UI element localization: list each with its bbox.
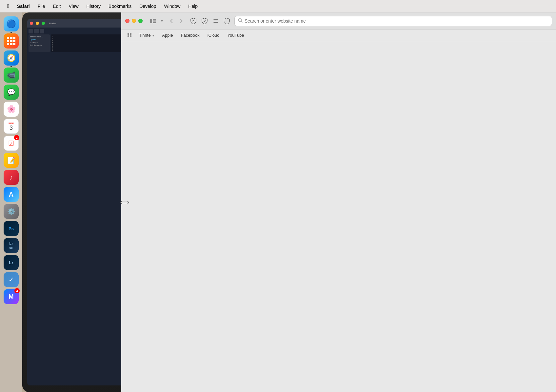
forward-button[interactable]: [177, 16, 186, 26]
dock-item-notes[interactable]: 📝: [4, 153, 19, 168]
dock-item-appstore[interactable]: A: [4, 187, 19, 202]
dock-item-messenger[interactable]: M 2: [4, 289, 19, 304]
svg-rect-2: [153, 20, 156, 21]
adblock-icon-button[interactable]: P: [189, 16, 198, 26]
menu-help[interactable]: Help: [185, 2, 201, 10]
menu-window[interactable]: Window: [161, 2, 184, 10]
apple-menu[interactable]: : [4, 3, 12, 10]
bookmark-apple[interactable]: Apple: [159, 31, 176, 39]
menu-bar:  Safari File Edit View History Bookmark…: [0, 0, 556, 12]
dock-item-systemprefs[interactable]: ⚙️: [4, 204, 19, 219]
sidebar-dropdown-arrow[interactable]: ▾: [161, 19, 163, 23]
svg-rect-13: [130, 35, 131, 37]
safari-titlebar: ▾ P: [121, 12, 556, 29]
maximize-button[interactable]: [138, 19, 143, 23]
bookmark-tinhte[interactable]: Tinhte ▾: [136, 31, 157, 39]
dock-item-photos[interactable]: 🌸: [4, 102, 19, 117]
svg-rect-12: [128, 35, 129, 37]
dock-item-things[interactable]: ✓: [4, 272, 19, 287]
svg-rect-11: [130, 33, 131, 35]
dock-item-music[interactable]: ♪: [4, 170, 19, 185]
resize-handle[interactable]: ⟺: [120, 198, 129, 206]
menu-develop[interactable]: Develop: [136, 2, 159, 10]
address-bar[interactable]: [234, 16, 552, 26]
svg-rect-10: [128, 33, 129, 35]
url-input[interactable]: [245, 18, 548, 24]
desktop:  Safari File Edit View History Bookmark…: [0, 0, 556, 392]
svg-line-9: [241, 21, 243, 23]
dock-item-reminders[interactable]: ☑ 2: [4, 136, 19, 151]
dock-item-finder[interactable]: 🔵: [4, 16, 19, 31]
dock: 🔵 🧭 📹 💬 🌸 SEP: [0, 12, 22, 392]
dock-item-photoshop[interactable]: Ps: [4, 221, 19, 236]
traffic-lights: [125, 19, 143, 23]
menu-edit[interactable]: Edit: [50, 2, 64, 10]
back-button[interactable]: [167, 16, 176, 26]
dock-item-launchpad[interactable]: [4, 33, 19, 49]
svg-rect-0: [150, 19, 152, 23]
dock-item-calendar[interactable]: SEP 3: [4, 119, 19, 134]
dock-item-messages[interactable]: 💬: [4, 85, 19, 100]
close-button[interactable]: [125, 19, 129, 23]
bookmark-icloud[interactable]: iCloud: [204, 31, 223, 39]
safari-content-area: [121, 41, 556, 392]
safari-window: ▾ P: [121, 12, 556, 392]
sidebar-toggle-button[interactable]: [148, 16, 158, 26]
dock-item-lightroom-classic[interactable]: Lr: [4, 255, 19, 270]
toolbar-icons: P: [189, 16, 232, 26]
nav-buttons: [167, 16, 186, 26]
privacy-icon-button[interactable]: [200, 16, 209, 26]
bookmark-facebook[interactable]: Facebook: [178, 31, 203, 39]
readinglist-icon-button[interactable]: [211, 16, 221, 26]
bookmark-youtube[interactable]: YouTube: [224, 31, 247, 39]
svg-text:P: P: [192, 20, 194, 23]
dock-item-facetime[interactable]: 📹: [4, 68, 19, 83]
menu-view[interactable]: View: [65, 2, 82, 10]
bookmarks-grid-icon[interactable]: [125, 31, 134, 40]
menu-safari[interactable]: Safari: [14, 2, 33, 10]
dock-item-safari[interactable]: 🧭: [4, 50, 19, 66]
shield-half-icon-button[interactable]: [222, 16, 232, 26]
bookmarks-bar: Tinhte ▾ Apple Facebook iCloud YouTube: [121, 29, 556, 41]
menu-bookmarks[interactable]: Bookmarks: [105, 2, 135, 10]
dock-item-lightroom-cc[interactable]: LrCC: [4, 238, 19, 253]
menu-file[interactable]: File: [34, 2, 49, 10]
search-icon: [238, 18, 243, 24]
minimize-button[interactable]: [132, 19, 136, 23]
menu-history[interactable]: History: [83, 2, 104, 10]
svg-rect-3: [153, 22, 156, 23]
svg-rect-1: [153, 19, 156, 20]
